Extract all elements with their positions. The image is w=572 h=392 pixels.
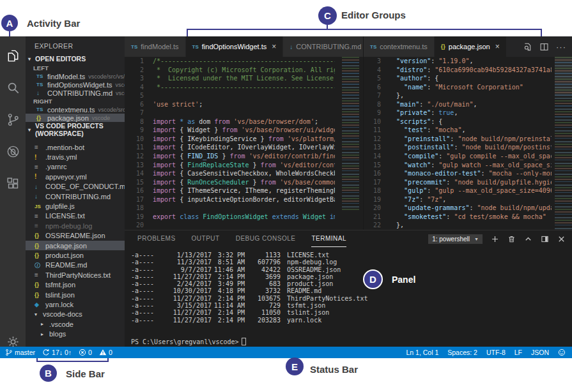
- tree-file-OSSREADME.json[interactable]: {}OSSREADME.json: [26, 231, 125, 241]
- minimap[interactable]: [342, 57, 359, 211]
- file-mode: -a----: [131, 273, 157, 280]
- tab-contextmenu.ts[interactable]: TScontextmenu.ts: [364, 36, 435, 57]
- status-eol[interactable]: LF: [514, 349, 522, 356]
- panel-tab-debug-console[interactable]: DEBUG CONSOLE: [236, 230, 296, 247]
- more-actions-icon[interactable]: ···: [556, 42, 566, 52]
- tree-file-.mention-bot[interactable]: ≡.mention-bot: [26, 142, 125, 152]
- tree-file-.travis.yml[interactable]: !.travis.yml: [26, 152, 125, 162]
- tree-file-yarn.lock[interactable]: ◆yarn.lock: [26, 299, 125, 309]
- extensions-icon: [6, 176, 20, 191]
- status-encoding[interactable]: UTF-8: [486, 349, 506, 356]
- open-editor-item[interactable]: TSfindModel.tsvscode/src/vs/...: [26, 72, 125, 80]
- close-icon[interactable]: ×: [495, 42, 500, 51]
- activity-bar-item-explorer[interactable]: [0, 41, 26, 70]
- status-warnings[interactable]: 0: [99, 349, 112, 356]
- code-token: },: [389, 92, 404, 99]
- tree-file-appveyor.yml[interactable]: !appveyor.yml: [26, 172, 125, 181]
- status-cursor-position[interactable]: Ln 1, Col 1: [406, 349, 438, 356]
- tree-file-CONTRIBUTING.md[interactable]: ↓CONTRIBUTING.md: [26, 192, 125, 201]
- open-editor-item[interactable]: TScontextmenu.tsvscode/src/...: [26, 105, 125, 114]
- maximize-panel-icon[interactable]: [524, 235, 532, 243]
- tree-file-package.json[interactable]: {}package.json: [26, 241, 125, 250]
- file-time: 11:14 AM: [212, 302, 245, 309]
- workspace-header[interactable]: ▾ VS CODE PROJECTS (WORKSPACE): [26, 124, 125, 135]
- activity-bar-item-source-control[interactable]: [0, 105, 26, 133]
- code-token: implements: [330, 213, 335, 220]
- code-token: "test": [404, 126, 427, 133]
- tab-findModel.ts[interactable]: TSfindModel.ts: [125, 36, 186, 57]
- panel-tab-terminal[interactable]: TERMINAL: [311, 230, 346, 247]
- line-number: 16: [125, 186, 144, 195]
- new-terminal-icon[interactable]: [491, 235, 499, 243]
- code-token: {: [180, 170, 187, 177]
- status-errors[interactable]: 0: [79, 349, 92, 356]
- tree-file-tsfmt.json[interactable]: {}tsfmt.json: [26, 280, 125, 289]
- file-name: .travis.yml: [45, 153, 77, 161]
- editor-code[interactable]: 1/*-------------------------------------…: [125, 57, 363, 230]
- status-git-branch[interactable]: master: [5, 349, 35, 356]
- tree-file-npm-debug.log[interactable]: ≡npm-debug.log: [26, 221, 125, 230]
- code-line: 1/*-------------------------------------…: [125, 57, 363, 66]
- status-text: 0: [109, 349, 112, 356]
- code-token: [389, 57, 396, 64]
- split-terminal-icon[interactable]: [541, 235, 549, 243]
- tree-file-LICENSE.txt[interactable]: ≡LICENSE.txt: [26, 211, 125, 221]
- close-icon[interactable]: ×: [272, 42, 276, 51]
- open-editor-item[interactable]: ↓CONTRIBUTING.mdvscode: [26, 89, 125, 97]
- file-name: ThirdPartyNotices.txt: [45, 271, 111, 279]
- panel-tab-output[interactable]: OUTPUT: [192, 230, 220, 247]
- close-panel-icon[interactable]: [557, 235, 566, 243]
- kill-terminal-icon[interactable]: [507, 235, 516, 243]
- file-name: .vscode: [49, 320, 73, 328]
- panel-tab-problems[interactable]: PROBLEMS: [137, 230, 176, 247]
- line-number: 15: [364, 161, 381, 170]
- tree-file-tslint.json[interactable]: {}tslint.json: [26, 290, 125, 299]
- line-number: 19: [364, 195, 381, 204]
- tree-folder-.vscode[interactable]: ▸.vscode: [26, 319, 125, 329]
- code-token: import: [153, 187, 180, 194]
- code-token: [389, 118, 396, 125]
- code-line: 5 "author": {: [364, 74, 572, 83]
- tree-file-README.md[interactable]: iREADME.md: [26, 260, 125, 270]
- minimap[interactable]: [555, 57, 572, 230]
- tree-folder-vscode-docs[interactable]: ▾vscode-docs: [26, 310, 125, 319]
- file-name: OSSREADME.json: [45, 232, 105, 239]
- open-preview-icon[interactable]: [523, 42, 532, 52]
- open-editor-item[interactable]: TSfindOptionsWidget.tsvsco...: [26, 80, 125, 89]
- open-editor-item[interactable]: {}package.jsonvscode: [26, 114, 125, 122]
- split-editor-icon[interactable]: [539, 42, 549, 52]
- tab-findOptionsWidget.ts[interactable]: TSfindOptionsWidget.ts×: [186, 36, 284, 57]
- tree-file-.yarnrc[interactable]: ≡.yarnrc: [26, 162, 125, 172]
- status-indentation[interactable]: Spaces: 2: [447, 349, 477, 356]
- line-number: 18: [125, 204, 144, 213]
- line-number: 5: [364, 74, 381, 83]
- activity-bar-item-debug[interactable]: [0, 137, 26, 165]
- file-path: vscode/src/...: [98, 107, 125, 113]
- tab-CONTRIBUTING.md[interactable]: ↓CONTRIBUTING.md: [283, 36, 368, 57]
- code-token: [389, 204, 404, 211]
- file-name: tsfmt.json: [287, 302, 325, 309]
- tab-package.json[interactable]: {}package.json×: [435, 36, 507, 57]
- status-feedback[interactable]: [558, 349, 566, 356]
- code-token: :: [438, 153, 446, 160]
- file-name: npm-debug.log: [45, 222, 92, 230]
- tree-file-CODE_OF_CONDUCT.md[interactable]: ↓CODE_OF_CONDUCT.md: [26, 182, 125, 192]
- terminal-picker[interactable]: 1: powershell ▼: [428, 234, 483, 244]
- open-editors-header[interactable]: ▾ OPEN EDITORS: [26, 54, 125, 64]
- activity-bar-item-extensions[interactable]: [0, 169, 26, 197]
- terminal-prompt[interactable]: PS C:\Users\gregvanl\vscode>: [131, 338, 246, 345]
- status-language-mode[interactable]: JSON: [531, 349, 549, 356]
- code-text: "private": true,: [389, 109, 552, 117]
- status-git-sync[interactable]: 17↓ 0↑: [42, 349, 72, 356]
- tree-file-gulpfile.js[interactable]: JSgulpfile.js: [26, 201, 125, 211]
- editor-code[interactable]: 3 "version": "1.19.0",4 "distro": "610ca…: [364, 57, 572, 230]
- activity-bar-item-search[interactable]: [0, 73, 26, 102]
- code-line: 21 "smoketest": "cd test/smoke && mocha": [364, 213, 572, 222]
- tree-file-product.json[interactable]: {}product.json: [26, 250, 125, 260]
- tree-folder-blogs[interactable]: ▸blogs: [26, 329, 125, 338]
- tree-file-ThirdPartyNotices.txt[interactable]: ≡ThirdPartyNotices.txt: [26, 270, 125, 280]
- code-line: 15import { RunOnceScheduler } from 'vs/b…: [125, 178, 363, 187]
- file-name: tsfmt.json: [45, 281, 75, 289]
- terminal-listing[interactable]: -a----1/13/20173:32 PM1133LICENSE.txt-a-…: [131, 252, 367, 324]
- code-token: import: [153, 179, 180, 186]
